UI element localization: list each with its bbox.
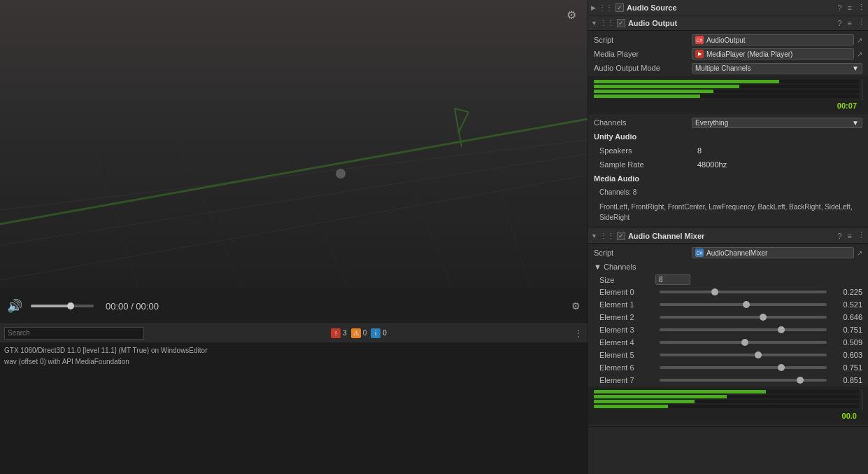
controls-bar: 🔊 00:00 / 00:00 ⚙ — [0, 288, 588, 323]
mixer-element-track-4[interactable] — [660, 341, 827, 344]
bottom-meter-fill-2 — [594, 400, 695, 403]
sample-rate-row: Sample Rate 48000hz — [588, 158, 868, 172]
settings-icon[interactable]: ⚙ — [567, 8, 576, 22]
mixer-script-icon: C# — [695, 249, 704, 257]
audio-source-help-btn[interactable]: ? — [837, 4, 841, 12]
mixer-element-thumb-1 — [743, 301, 750, 308]
audio-output-mode-text: Multiple Channels — [695, 64, 751, 72]
mixer-channels-expand[interactable]: ▼ Channels — [594, 263, 692, 271]
mixer-settings-btn[interactable]: ≡ — [848, 232, 852, 240]
bottom-meter-bars — [594, 390, 859, 410]
warn-count: 0 — [363, 329, 367, 337]
speakers-row: Speakers 8 — [588, 144, 868, 158]
volume-fill — [31, 305, 69, 307]
audio-output-checkbox[interactable] — [617, 19, 625, 27]
time-display: 00:00 / 00:00 — [106, 301, 159, 312]
audio-output-header: ▼ ⋮⋮ Audio Output ? ≡ ⋮ — [588, 15, 868, 31]
svg-line-4 — [140, 56, 245, 294]
mixer-element-track-6[interactable] — [660, 366, 827, 369]
channels-value: Everything ▼ — [692, 118, 862, 128]
svg-line-11 — [455, 109, 469, 112]
media-player-link-icon[interactable]: ↗ — [857, 50, 862, 58]
audio-output-settings-btn[interactable]: ≡ — [848, 19, 852, 27]
audio-source-menu-btn[interactable]: ⋮ — [858, 3, 865, 12]
unity-audio-label-row: Unity Audio — [588, 130, 868, 144]
mixer-checkbox[interactable] — [617, 232, 625, 240]
log-text-0: GTX 1060/Direct3D 11.0 [level 11.1] (MT … — [4, 345, 208, 356]
audio-output-drag-icon: ⋮⋮ — [600, 19, 614, 27]
meter-row-1 — [594, 85, 859, 88]
mixer-element-thumb-4 — [741, 339, 748, 346]
mixer-element-1: Element 1 0.521 — [588, 298, 868, 311]
script-value-container[interactable]: C# AudioOutput — [692, 34, 854, 46]
mixer-channels-label-row: ▼ Channels — [588, 260, 868, 274]
mixer-help-btn[interactable]: ? — [837, 232, 841, 240]
scene-settings-icon[interactable]: ⚙ — [571, 300, 581, 312]
grid-svg — [0, 0, 588, 322]
mixer-size-value[interactable]: 8 — [655, 274, 690, 285]
viewport-panel: ⚙ 🔊 00:00 / 00:00 ⚙ ! 3 ⚠ 0 i — [0, 0, 588, 474]
audio-output-arrow[interactable]: ▼ — [591, 20, 597, 27]
dots-menu[interactable]: ⋮ — [574, 328, 583, 339]
mixer-title: Audio Channel Mixer — [628, 232, 704, 240]
mixer-element-track-1[interactable] — [660, 303, 827, 306]
mixer-script-box[interactable]: C# AudioChannelMixer — [692, 247, 854, 258]
mixer-element-value-7: 0.851 — [831, 376, 862, 384]
warn-icon: ⚠ — [351, 328, 361, 338]
log-content: GTX 1060/Direct3D 11.0 [level 11.1] (MT … — [0, 342, 588, 370]
mixer-element-thumb-2 — [760, 314, 767, 321]
mixer-element-4: Element 4 0.509 — [588, 336, 868, 349]
media-player-icon: ▶ — [695, 50, 704, 58]
meter-bar-fill-1 — [594, 85, 739, 88]
mixer-element-7: Element 7 0.851 — [588, 374, 868, 386]
media-player-container[interactable]: ▶ MediaPlayer (Media Player) — [692, 48, 854, 60]
audio-output-mode-chevron: ▼ — [852, 64, 859, 72]
meter-bar-fill-3 — [594, 95, 700, 98]
bottom-meter-wrapper — [594, 389, 862, 410]
mixer-element-value-0: 0.225 — [831, 288, 862, 296]
audio-output-mode-label: Audio Output Mode — [594, 64, 692, 72]
media-player-label: Media Player — [594, 50, 692, 58]
sample-rate-value: 48000hz — [697, 160, 862, 169]
channels-dropdown[interactable]: Everything ▼ — [692, 118, 862, 128]
mixer-element-label-7: Element 7 — [599, 376, 655, 384]
bottom-meter-row-1 — [594, 395, 859, 398]
audio-output-mode-row: Audio Output Mode Multiple Channels ▼ — [588, 61, 868, 75]
mixer-element-track-2[interactable] — [660, 316, 827, 319]
mixer-menu-btn[interactable]: ⋮ — [858, 231, 865, 240]
inspector-panel: ▶ ⋮⋮ Audio Source ? ≡ ⋮ ▼ ⋮⋮ Audio Outpu… — [588, 0, 868, 474]
audio-output-menu-btn[interactable]: ⋮ — [858, 18, 865, 27]
log-area: ! 3 ⚠ 0 i 0 ⋮ GTX 1060/Direct3D 11.0 [le… — [0, 323, 588, 474]
volume-thumb — [67, 302, 74, 309]
log-search-input[interactable] — [4, 327, 144, 340]
audio-source-checkbox[interactable] — [616, 4, 624, 12]
log-badges: ! 3 ⚠ 0 i 0 — [331, 328, 387, 338]
volume-icon: 🔊 — [7, 298, 22, 314]
mixer-element-track-0[interactable] — [660, 291, 827, 293]
mixer-element-track-7[interactable] — [660, 379, 827, 382]
info-icon: i — [371, 328, 380, 338]
meter-bar-fill-2 — [594, 90, 713, 93]
script-link-icon[interactable]: ↗ — [857, 36, 862, 44]
mixer-element-track-3[interactable] — [660, 328, 827, 331]
meter-bar-bg-1 — [594, 85, 859, 88]
audio-output-help-btn[interactable]: ? — [837, 19, 841, 27]
mixer-element-track-5[interactable] — [660, 354, 827, 356]
bottom-meter-time: 00.0 — [594, 410, 862, 421]
audio-source-arrow[interactable]: ▶ — [591, 4, 596, 11]
bottom-meter-bg-1 — [594, 395, 859, 398]
meter-row-2 — [594, 90, 859, 93]
volume-slider[interactable] — [31, 305, 94, 307]
mixer-script-link[interactable]: ↗ — [857, 249, 862, 257]
audio-output-mode-dropdown[interactable]: Multiple Channels ▼ — [692, 63, 862, 74]
mixer-element-label-4: Element 4 — [599, 338, 655, 347]
bottom-meter-bg-0 — [594, 390, 859, 393]
bottom-meter-row-2 — [594, 400, 859, 403]
audio-source-settings-btn[interactable]: ≡ — [848, 4, 852, 12]
sample-rate-label: Sample Rate — [599, 160, 697, 169]
speakers-value: 8 — [697, 146, 862, 155]
script-icon: C# — [695, 36, 704, 44]
script-row: Script C# AudioOutput ↗ — [588, 33, 868, 47]
mixer-element-label-3: Element 3 — [599, 326, 655, 334]
mixer-arrow[interactable]: ▼ — [591, 232, 597, 239]
